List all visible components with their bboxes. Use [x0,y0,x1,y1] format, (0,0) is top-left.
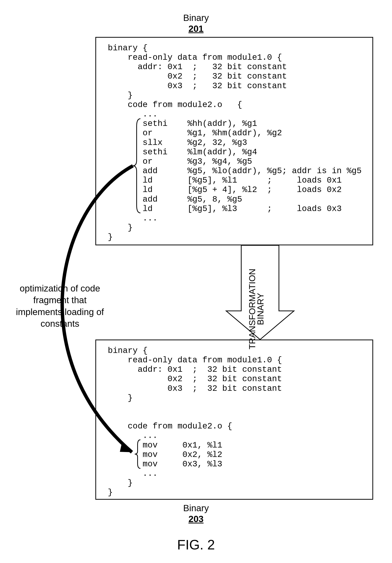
binary-id-203: 203 [188,514,204,524]
binary-id-201: 201 [188,24,204,34]
arrow-label-binary: BINARY [256,293,265,325]
binary-201-title: Binary 201 [183,13,209,34]
binary-203-title: Binary 203 [183,503,209,524]
binary-label-bottom: Binary [183,503,209,513]
arrow-label-transformation: TRANSFORMATION [247,269,257,349]
binary-203-code: binary { read-only data from module1.0 {… [96,340,372,497]
binary-203-box: binary { read-only data from module1.0 {… [95,340,373,500]
binary-201-code: binary { read-only data from module1.0 {… [96,38,372,242]
figure-label: FIG. 2 [177,537,215,552]
binary-label-top: Binary [183,13,209,23]
binary-201-box: binary { read-only data from module1.0 {… [95,37,373,245]
transform-arrow: BINARY TRANSFORMATION [226,245,294,349]
annotation-text: optimization of code fragment that imple… [15,283,105,330]
